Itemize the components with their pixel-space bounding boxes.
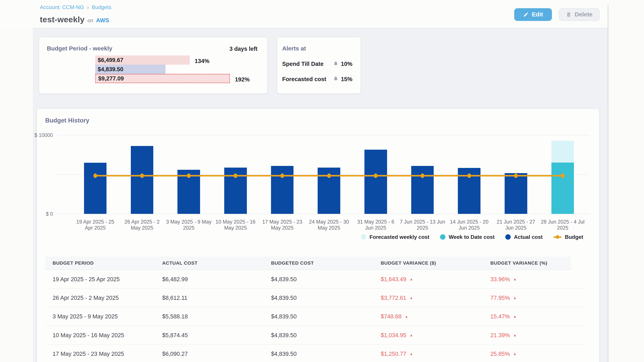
x-axis-category-label: 14 Jun 2025 - 20 Jun 2025 [446,219,492,231]
actual-cost-bar [271,166,294,214]
chart-gridline [56,135,590,135]
x-axis-category-label: 19 Apr 2025 - 25 Apr 2025 [72,219,118,231]
variance-pct-value: 33.96% [490,276,510,283]
breadcrumb-account-link[interactable]: Account: CCM-NG [40,4,84,10]
legend-item: Budget [553,234,583,240]
cloud-provider-label: AWS [96,17,109,24]
cell-actual-cost: $8,612.11 [155,295,264,301]
budget-line-marker [327,173,331,178]
variance-pct-value: 77.95% [490,295,510,301]
cell-budget-period: 3 May 2025 - 9 May 2025 [45,313,155,320]
budget-period-row-bar: $4,839.50 [95,65,166,74]
cell-budgeted-cost: $4,839.50 [264,332,373,339]
page-title: test-weekly [40,15,85,24]
triangle-up-icon: ▲ [410,278,413,281]
variance-usd-value: $748.68 [381,313,402,320]
cell-budget-variance-usd: $3,772.61▲ [373,295,483,301]
budget-line-marker [374,173,378,178]
actual-cost-bar [411,166,434,214]
triangle-up-icon: ▲ [513,278,517,281]
edit-button-label: Edit [532,11,543,18]
cell-actual-cost: $5,874.45 [155,332,264,339]
alert-threshold-value: 10% [341,61,352,67]
legend-label: Week to Date cost [448,234,494,240]
budget-line-marker [234,173,237,178]
cell-budget-variance-usd: $1,250.77▲ [373,351,483,357]
triangle-up-icon: ▲ [405,315,408,319]
legend-item: Actual cost [505,234,543,240]
x-axis-category-label: 28 Jun 2025 - 4 Jul 2025 [540,219,586,231]
chart-legend: Forecasted weekly costWeek to Date costA… [37,234,583,240]
breadcrumb-budgets-link[interactable]: Budgets [92,4,111,10]
table-row: 17 May 2025 - 23 May 2025$6,090.27$4,839… [45,345,583,362]
alert-row-threshold: 10% [333,60,352,68]
cell-budgeted-cost: $4,839.50 [264,313,373,320]
budget-line-marker [94,173,97,178]
budget-period-row-value: $6,499.67 [95,57,123,63]
cell-budgeted-cost: $4,839.50 [264,351,373,357]
top-header-bar: Account: CCM-NG › Budgets test-weekly on… [0,0,644,28]
pencil-icon [523,12,528,17]
alert-row-threshold: 15% [333,76,352,83]
budget-history-table: BUDGET PERIODACTUAL COSTBUDGETED COSTBUD… [45,257,591,362]
forecasted-weekly-cost-swatch-icon [361,234,366,240]
cell-budget-variance-pct: 33.96%▲ [483,276,583,283]
budget-line-swatch-icon [553,234,562,240]
table-header-row: BUDGET PERIODACTUAL COSTBUDGETED COSTBUD… [45,257,571,270]
x-axis-category-label: 7 Jun 2025 - 13 Jun 2025 [400,219,446,231]
variance-usd-value: $1,643.49 [381,276,406,283]
page-title-on: on [88,17,93,23]
triangle-up-icon: ▲ [513,334,517,337]
y-axis-tick-label: $ 0 [46,211,53,217]
x-axis-category-label: 3 May 2025 - 9 May 2025 [166,219,212,231]
variance-usd-value: $3,772.61 [381,295,406,301]
x-axis-category-label: 17 May 2025 - 23 May 2025 [259,219,305,231]
bell-icon [333,60,338,68]
table-row: 3 May 2025 - 9 May 2025$5,588.18$4,839.5… [45,307,583,326]
delete-button-label: Delete [575,11,593,18]
edit-button[interactable]: Edit [514,8,552,21]
chart-gridline [56,214,590,214]
table-row: 10 May 2025 - 16 May 2025$5,874.45$4,839… [45,326,583,345]
x-axis-category-label: 26 Apr 2025 - 2 May 2025 [119,219,165,231]
breadcrumb: Account: CCM-NG › Budgets [40,4,111,10]
x-axis-category-label: 24 May 2025 - 30 May 2025 [306,219,352,231]
delete-button[interactable]: Delete [559,8,600,21]
table-header-cell: ACTUAL COST [155,260,264,266]
week-to-date-cost-swatch-icon [440,234,446,240]
cell-budgeted-cost: $4,839.50 [264,276,373,283]
cell-budget-variance-usd: $748.68▲ [373,313,483,320]
variance-pct-value: 15.47% [490,313,510,320]
cell-budget-variance-pct: 21.39%▲ [483,332,583,339]
alert-threshold-value: 15% [341,76,352,82]
table-header-cell: BUDGET PERIOD [45,260,155,266]
triangle-up-icon: ▲ [513,352,517,356]
trash-icon [566,12,572,17]
x-axis-category-label: 31 May 2025 - 6 Jun 2025 [353,219,399,231]
cell-budget-variance-usd: $1,643.49▲ [373,276,483,283]
table-row: 26 Apr 2025 - 2 May 2025$8,612.11$4,839.… [45,289,583,307]
alerts-card: Alerts at Spend Till Date10%Forecasted c… [277,37,360,94]
cell-budget-variance-usd: $1,034.95▲ [373,332,483,339]
budget-line-marker [280,173,284,178]
budget-period-card: Budget Period - weekly 3 days left $6,49… [39,37,268,94]
budget-period-row-percent: 192% [235,76,250,83]
budget-line-marker [561,173,564,178]
week-to-date-cost-bar [552,163,574,214]
variance-usd-value: $1,034.95 [381,332,406,339]
alert-row-label: Spend Till Date [282,61,324,67]
x-axis-category-label: 21 Jun 2025 - 27 Jun 2025 [493,219,539,231]
legend-label: Actual cost [514,234,543,240]
alert-row-label: Forecasted cost [282,76,326,82]
bell-icon [333,76,338,83]
triangle-up-icon: ▲ [410,334,413,337]
cell-actual-cost: $6,090.27 [155,351,264,357]
triangle-up-icon: ▲ [513,315,517,319]
table-header-cell: BUDGET VARIANCE (%) [483,260,571,266]
vertical-scrollbar[interactable] [608,5,608,362]
variance-pct-value: 21.39% [490,332,510,339]
triangle-up-icon: ▲ [410,296,413,300]
cell-budget-period: 26 Apr 2025 - 2 May 2025 [45,295,155,301]
cell-budgeted-cost: $4,839.50 [264,295,373,301]
budget-period-row-value: $9,277.09 [96,75,124,82]
